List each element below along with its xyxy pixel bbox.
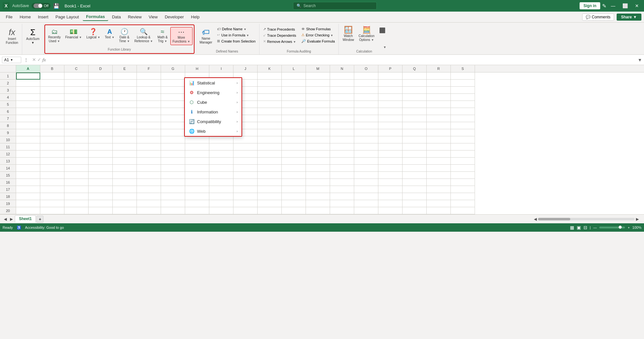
cell-K14[interactable] xyxy=(258,165,282,172)
cell-K1[interactable] xyxy=(258,73,282,80)
cell-F4[interactable] xyxy=(137,94,161,101)
col-header-R[interactable]: R xyxy=(427,65,451,72)
cell-D4[interactable] xyxy=(89,94,113,101)
cell-F14[interactable] xyxy=(137,165,161,172)
col-header-H[interactable]: H xyxy=(185,65,209,72)
cell-E9[interactable] xyxy=(113,129,137,136)
math-trig-button[interactable]: ≈ Math &Trig ▼ xyxy=(156,27,170,44)
cell-L7[interactable] xyxy=(282,115,306,122)
cell-K20[interactable] xyxy=(258,207,282,214)
col-header-F[interactable]: F xyxy=(137,65,161,72)
cell-R11[interactable] xyxy=(427,143,451,150)
dropdown-information[interactable]: ℹ Information › xyxy=(185,107,242,117)
cell-B1[interactable] xyxy=(40,73,64,80)
cell-Q9[interactable] xyxy=(402,129,427,136)
cell-A3[interactable] xyxy=(16,87,40,94)
cell-C16[interactable] xyxy=(64,179,89,186)
cell-S19[interactable] xyxy=(451,200,475,207)
search-bar[interactable]: 🔍 Search xyxy=(293,2,377,10)
cell-S17[interactable] xyxy=(451,186,475,193)
zoom-in-icon[interactable]: + xyxy=(628,226,630,229)
cell-J12[interactable] xyxy=(233,150,258,158)
cell-A14[interactable] xyxy=(16,165,40,172)
cell-D9[interactable] xyxy=(89,129,113,136)
cell-H18[interactable] xyxy=(185,193,209,200)
cell-E6[interactable] xyxy=(113,108,137,115)
cell-E4[interactable] xyxy=(113,94,137,101)
cell-B12[interactable] xyxy=(40,150,64,158)
cell-F7[interactable] xyxy=(137,115,161,122)
cell-O4[interactable] xyxy=(354,94,378,101)
cell-O1[interactable] xyxy=(354,73,378,80)
cell-S20[interactable] xyxy=(451,207,475,214)
cell-B14[interactable] xyxy=(40,165,64,172)
cell-R17[interactable] xyxy=(427,186,451,193)
cell-C8[interactable] xyxy=(64,122,89,129)
col-header-I[interactable]: I xyxy=(209,65,233,72)
dropdown-engineering[interactable]: ⚙ Engineering › xyxy=(185,88,242,97)
close-button[interactable]: ✕ xyxy=(632,2,641,10)
cell-Q12[interactable] xyxy=(402,150,427,158)
cell-D3[interactable] xyxy=(89,87,113,94)
evaluate-formula-button[interactable]: 🔎 Evaluate Formula xyxy=(300,38,336,44)
error-checking-button[interactable]: ⚠ Error Checking ▼ xyxy=(300,32,336,38)
ribbon-expand-icon[interactable]: ▼ xyxy=(383,45,388,49)
cell-C6[interactable] xyxy=(64,108,89,115)
row-number-16[interactable]: 16 xyxy=(0,179,16,186)
sign-in-button[interactable]: Sign in xyxy=(580,2,600,9)
cell-B9[interactable] xyxy=(40,129,64,136)
cell-B7[interactable] xyxy=(40,115,64,122)
formula-fx-icon[interactable]: 𝑓𝑥 xyxy=(43,57,46,63)
cell-P10[interactable] xyxy=(378,136,402,143)
cell-M5[interactable] xyxy=(306,101,330,108)
cell-H19[interactable] xyxy=(185,200,209,207)
menu-data[interactable]: Data xyxy=(109,13,124,21)
cell-D7[interactable] xyxy=(89,115,113,122)
cell-C1[interactable] xyxy=(64,73,89,80)
cell-O18[interactable] xyxy=(354,193,378,200)
cell-S13[interactable] xyxy=(451,158,475,165)
cell-A12[interactable] xyxy=(16,150,40,158)
cell-J15[interactable] xyxy=(233,172,258,179)
cell-N18[interactable] xyxy=(330,193,354,200)
cell-P9[interactable] xyxy=(378,129,402,136)
row-number-12[interactable]: 12 xyxy=(0,150,16,158)
cell-K5[interactable] xyxy=(258,101,282,108)
cell-C2[interactable] xyxy=(64,80,89,87)
cell-B13[interactable] xyxy=(40,158,64,165)
row-number-17[interactable]: 17 xyxy=(0,186,16,193)
cell-O16[interactable] xyxy=(354,179,378,186)
cell-E15[interactable] xyxy=(113,172,137,179)
cell-K8[interactable] xyxy=(258,122,282,129)
cell-B15[interactable] xyxy=(40,172,64,179)
cell-L13[interactable] xyxy=(282,158,306,165)
cell-M3[interactable] xyxy=(306,87,330,94)
cell-B10[interactable] xyxy=(40,136,64,143)
menu-developer[interactable]: Developer xyxy=(162,13,187,21)
cell-I19[interactable] xyxy=(209,200,233,207)
cell-ref-menu-icon[interactable]: ⋮ xyxy=(23,57,30,63)
cell-A19[interactable] xyxy=(16,200,40,207)
cell-J13[interactable] xyxy=(233,158,258,165)
cell-G12[interactable] xyxy=(161,150,185,158)
cell-N2[interactable] xyxy=(330,80,354,87)
cell-D1[interactable] xyxy=(89,73,113,80)
cell-O17[interactable] xyxy=(354,186,378,193)
cell-E12[interactable] xyxy=(113,150,137,158)
cell-C14[interactable] xyxy=(64,165,89,172)
cell-R18[interactable] xyxy=(427,193,451,200)
comments-button[interactable]: 💬 Comments xyxy=(582,14,614,21)
trace-dependents-button[interactable]: ↙ Trace Dependents xyxy=(261,33,298,38)
cell-Q15[interactable] xyxy=(402,172,427,179)
row-number-2[interactable]: 2 xyxy=(0,80,16,87)
recently-used-button[interactable]: 🗂 RecentlyUsed ▼ xyxy=(46,27,63,44)
cell-C18[interactable] xyxy=(64,193,89,200)
cell-S16[interactable] xyxy=(451,179,475,186)
cell-L12[interactable] xyxy=(282,150,306,158)
cell-R20[interactable] xyxy=(427,207,451,214)
cell-F8[interactable] xyxy=(137,122,161,129)
cell-K10[interactable] xyxy=(258,136,282,143)
cell-G1[interactable] xyxy=(161,73,185,80)
cell-K16[interactable] xyxy=(258,179,282,186)
autosave-toggle[interactable]: Off xyxy=(32,3,50,9)
